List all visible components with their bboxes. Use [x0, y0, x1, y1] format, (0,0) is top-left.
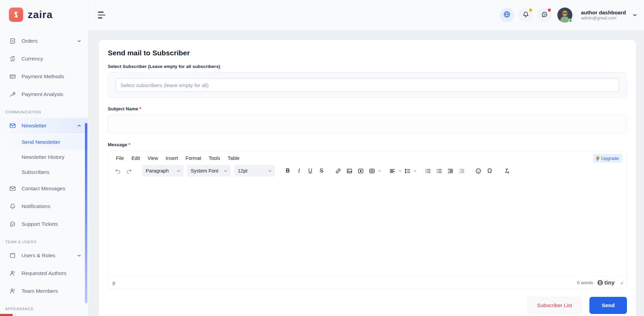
outdent-button[interactable]	[456, 165, 467, 177]
chevron-down-icon	[268, 169, 272, 173]
notification-badge	[529, 9, 532, 12]
ordered-list-button[interactable]: 123	[422, 165, 434, 177]
message-badge	[548, 9, 551, 12]
menu-file[interactable]: File	[113, 154, 127, 162]
editor-toolbar: Paragraph System Font 12pt B	[108, 163, 627, 180]
lightning-icon	[596, 156, 600, 161]
menu-view[interactable]: View	[144, 154, 161, 162]
sidebar-scrollbar[interactable]	[85, 123, 87, 303]
sidebar-item-orders[interactable]: Orders	[0, 32, 88, 50]
editor-content-area[interactable]	[108, 180, 627, 276]
clear-formatting-button[interactable]	[501, 165, 512, 177]
sidebar-item-label: Contact Messages	[21, 186, 65, 192]
brand-name: zaira	[28, 9, 53, 20]
subject-input[interactable]	[108, 115, 627, 134]
sidebar-section-team-users: TEAM & USERS	[0, 233, 88, 247]
paragraph-format-select[interactable]: Paragraph	[142, 165, 184, 177]
chevron-up-icon	[77, 124, 81, 128]
sidebar-item-support-tickets[interactable]: Support Tickets	[0, 215, 88, 233]
editor-menubar: File Edit View Insert Format Tools Table…	[108, 151, 627, 163]
sidebar-toggle-button[interactable]	[98, 12, 107, 18]
sidebar-item-notifications[interactable]: Notifications	[0, 197, 88, 215]
insert-image-button[interactable]	[344, 165, 355, 177]
sidebar: zaira Orders $ Currency Payment Methods …	[0, 0, 88, 316]
sidebar-item-label: Newsletter	[21, 123, 46, 129]
payment-methods-icon	[9, 73, 16, 80]
tinymce-logo[interactable]: tiny	[597, 279, 615, 286]
subscriber-select-container	[108, 72, 627, 98]
rich-text-editor: File Edit View Insert Format Tools Table…	[108, 151, 627, 289]
sidebar-item-payment-analysis[interactable]: Payment Analysis	[0, 85, 88, 103]
italic-button[interactable]: I	[293, 165, 305, 177]
header-actions: author dashboard admin@gmail.com	[500, 8, 637, 23]
line-height-button[interactable]	[402, 165, 417, 177]
sidebar-subitem-label: Newsletter History	[21, 154, 64, 160]
sidebar-item-team-members[interactable]: Team Members	[0, 282, 88, 300]
page-title: Send mail to Subscriber	[108, 49, 627, 57]
strikethrough-button[interactable]: S	[316, 165, 327, 177]
sidebar-item-currency[interactable]: $ Currency	[0, 50, 88, 68]
user-info[interactable]: author dashboard admin@gmail.com	[581, 9, 626, 21]
brand-logo[interactable]: zaira	[0, 0, 88, 25]
chevron-down-icon	[177, 169, 180, 173]
sidebar-item-label: Payment Analysis	[21, 91, 63, 97]
element-path[interactable]: p	[113, 280, 115, 286]
font-size-select[interactable]: 12pt	[234, 165, 275, 177]
sidebar-item-label: Payment Methods	[21, 73, 64, 80]
currency-icon: $	[9, 55, 16, 62]
indent-button[interactable]	[445, 165, 456, 177]
bold-button[interactable]: B	[282, 165, 293, 177]
align-button[interactable]	[387, 165, 402, 177]
menu-insert[interactable]: Insert	[162, 154, 181, 162]
required-asterisk: *	[140, 106, 141, 111]
globe-icon	[503, 11, 511, 19]
menu-tools[interactable]: Tools	[205, 154, 224, 162]
subscriber-select-input[interactable]	[116, 78, 619, 92]
insert-media-button[interactable]	[355, 165, 366, 177]
send-mail-card: Send mail to Subscriber Select Subscribe…	[99, 40, 636, 316]
sidebar-item-label: Requested Authors	[21, 270, 67, 276]
emoticon-button[interactable]	[473, 165, 484, 177]
special-character-button[interactable]: Ω	[484, 165, 495, 177]
font-family-select[interactable]: System Font	[187, 165, 231, 177]
sidebar-item-payment-methods[interactable]: Payment Methods	[0, 68, 88, 85]
sidebar-item-contact-messages[interactable]: Contact Messages	[0, 180, 88, 197]
chevron-down-icon	[398, 169, 402, 173]
send-button[interactable]: Send	[589, 297, 627, 314]
subscriber-list-button[interactable]: Subscriber List	[527, 297, 582, 314]
upgrade-button[interactable]: Upgrade	[593, 154, 622, 163]
sidebar-subitem-subscribers[interactable]: Subscribers	[0, 165, 88, 180]
sidebar-item-label: Currency	[21, 56, 43, 62]
user-avatar[interactable]	[557, 8, 572, 23]
resize-handle[interactable]	[619, 281, 623, 285]
language-button[interactable]	[500, 8, 514, 22]
insert-link-button[interactable]	[333, 165, 344, 177]
sidebar-item-requested-authors[interactable]: Requested Authors	[0, 264, 88, 282]
top-header: author dashboard admin@gmail.com	[88, 0, 644, 30]
user-email: admin@gmail.com	[581, 16, 626, 21]
notifications-button[interactable]	[518, 8, 533, 22]
messages-button[interactable]	[537, 8, 552, 22]
underline-button[interactable]: U	[305, 165, 316, 177]
word-count[interactable]: 0 words	[577, 280, 593, 285]
sidebar-subitem-newsletter-history[interactable]: Newsletter History	[0, 150, 88, 165]
newsletter-icon	[9, 122, 16, 129]
sidebar-item-newsletter[interactable]: Newsletter	[0, 118, 88, 134]
bullet-list-button[interactable]	[434, 165, 445, 177]
online-status-dot	[569, 19, 572, 23]
insert-table-button[interactable]	[366, 165, 381, 177]
menu-table[interactable]: Table	[224, 154, 243, 162]
bell-icon	[522, 11, 529, 19]
chevron-down-icon	[413, 169, 417, 173]
appearance-color-swatch	[0, 314, 13, 316]
sidebar-item-users-roles[interactable]: Users & Roles	[0, 247, 88, 264]
menu-edit[interactable]: Edit	[128, 154, 143, 162]
orders-icon	[9, 38, 16, 44]
undo-button[interactable]	[112, 165, 123, 177]
redo-button[interactable]	[123, 165, 135, 177]
menu-format[interactable]: Format	[182, 154, 205, 162]
user-menu-chevron-icon[interactable]	[632, 13, 637, 17]
chevron-down-icon	[77, 39, 81, 43]
sidebar-subitem-send-newsletter[interactable]: Send Newsletter	[0, 135, 88, 150]
sidebar-item-label: Team Members	[21, 288, 58, 294]
